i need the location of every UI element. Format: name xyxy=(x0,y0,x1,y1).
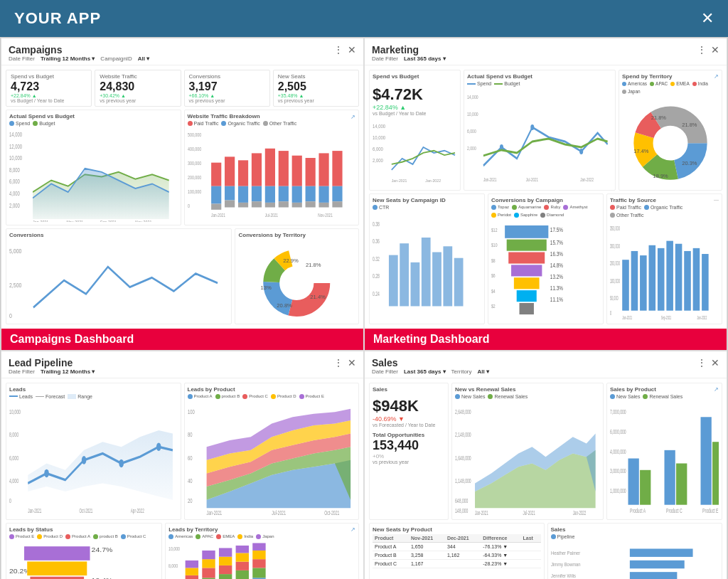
marketing-bottom-row: New Seats by Campaign ID CTR 0.38 0.36 0… xyxy=(369,193,722,324)
svg-text:20: 20 xyxy=(188,497,193,505)
svg-text:Product A: Product A xyxy=(630,507,646,515)
lead-bottom-row: Leads by Status Product E Product D Prod… xyxy=(6,523,359,579)
svg-text:May-2021: May-2021 xyxy=(66,219,83,222)
svg-text:Nov-2021: Nov-2021 xyxy=(135,219,151,222)
svg-text:6,000: 6,000 xyxy=(9,179,20,186)
svg-rect-19 xyxy=(211,204,221,210)
svg-rect-22 xyxy=(225,201,235,208)
campaigns-more-button[interactable]: ⋮ xyxy=(333,44,343,55)
svg-rect-197 xyxy=(252,568,265,578)
svg-rect-168 xyxy=(30,577,84,579)
svg-rect-43 xyxy=(318,203,328,208)
svg-rect-199 xyxy=(252,551,265,559)
svg-rect-130 xyxy=(631,251,638,311)
svg-rect-26 xyxy=(251,154,261,186)
svg-point-147 xyxy=(44,469,49,477)
svg-text:0.38: 0.38 xyxy=(373,221,380,226)
svg-text:Jan-2021: Jan-2021 xyxy=(211,213,225,218)
svg-text:18.9%: 18.9% xyxy=(653,173,669,179)
lead-pipeline-header: Lead Pipeline Date Filter Trailing 12 Mo… xyxy=(1,351,363,378)
sales-content: Sales $948K -40.69% ▼ vs Forecasted / Ye… xyxy=(365,378,727,579)
svg-rect-228 xyxy=(629,548,692,556)
sales-product-expand-icon[interactable]: ↗ xyxy=(714,386,719,394)
svg-text:10,000: 10,000 xyxy=(9,408,21,415)
marketing-filter-value[interactable]: Last 365 days ▾ xyxy=(404,55,446,62)
svg-text:0: 0 xyxy=(9,497,11,505)
marketing-actual-spend-chart: Actual Spend vs Budget Spend Budget 14,0… xyxy=(464,70,616,191)
marketing-more-button[interactable]: ⋮ xyxy=(697,44,707,55)
leads-by-territory-chart: Leads by Territory ↗ Americas APAC EMEA … xyxy=(165,523,359,579)
svg-text:6,000: 6,000 xyxy=(373,147,383,152)
campaigns-filter2-value[interactable]: All ▾ xyxy=(138,55,149,62)
lead-pipeline-close-button[interactable]: ✕ xyxy=(348,357,356,368)
svg-point-148 xyxy=(82,456,87,464)
svg-text:Jimmy Bowman: Jimmy Bowman xyxy=(551,562,581,567)
svg-text:4,000,000: 4,000,000 xyxy=(610,447,626,455)
marketing-content: Spend vs Budget $4.72K +22.84% ▲ vs Budg… xyxy=(365,65,727,329)
svg-text:148,000: 148,000 xyxy=(455,507,468,515)
sales-panel: Sales Date Filter Last 365 days ▾ Territ… xyxy=(364,351,727,579)
svg-rect-232 xyxy=(629,572,677,579)
dashboard-grid: Campaigns Date Filter Trailing 12 Months… xyxy=(0,37,728,579)
sales-more-button[interactable]: ⋮ xyxy=(697,357,707,368)
svg-rect-42 xyxy=(318,186,328,203)
svg-text:14,000: 14,000 xyxy=(467,94,478,100)
svg-text:50,000: 50,000 xyxy=(610,295,619,302)
svg-rect-167 xyxy=(27,561,87,575)
svg-point-149 xyxy=(119,460,124,468)
svg-rect-166 xyxy=(24,546,90,561)
svg-text:Jan-2021: Jan-2021 xyxy=(392,179,407,183)
svg-text:40: 40 xyxy=(188,477,193,485)
campaigns-controls: ⋮ ✕ xyxy=(333,44,356,55)
marketing-header: Marketing Date Filter Last 365 days ▾ ⋮ … xyxy=(365,38,727,65)
close-button[interactable]: ✕ xyxy=(701,9,714,28)
svg-rect-116 xyxy=(511,265,542,276)
total-opps-change: +0% xyxy=(373,453,445,460)
lead-pipeline-title: Lead Pipeline xyxy=(9,357,95,368)
svg-text:350,000: 350,000 xyxy=(610,225,620,232)
svg-rect-219 xyxy=(640,470,651,505)
conversions-by-territory-chart: Conversions by Territory 22.9% 21.8% 13 xyxy=(235,228,359,324)
campaigns-close-button[interactable]: ✕ xyxy=(348,44,356,55)
territory-expand-icon[interactable]: ↗ xyxy=(714,73,719,81)
svg-text:1,648,000: 1,648,000 xyxy=(455,454,471,462)
lead-filter-value[interactable]: Trailing 12 Months ▾ xyxy=(41,368,95,375)
svg-text:Apr-2022: Apr-2022 xyxy=(131,508,144,515)
svg-text:1,000,000: 1,000,000 xyxy=(610,487,626,495)
svg-rect-25 xyxy=(237,203,247,208)
svg-rect-132 xyxy=(649,245,656,311)
campaigns-filter-value[interactable]: Trailing 12 Months ▾ xyxy=(41,55,95,62)
svg-text:4,000: 4,000 xyxy=(9,477,18,485)
leads-chart: Leads Leads Forecast Range xyxy=(6,383,181,520)
svg-text:14.8%: 14.8% xyxy=(550,262,563,269)
svg-text:10,000: 10,000 xyxy=(467,111,478,117)
svg-rect-188 xyxy=(219,565,232,574)
svg-rect-38 xyxy=(305,158,315,186)
svg-rect-223 xyxy=(712,442,719,504)
lead-pipeline-more-button[interactable]: ⋮ xyxy=(333,357,343,368)
svg-text:Jan-2022: Jan-2022 xyxy=(580,177,594,182)
svg-text:Jan-2022: Jan-2022 xyxy=(425,179,441,183)
svg-text:Jan-2021: Jan-2021 xyxy=(483,177,497,182)
svg-text:15.7%: 15.7% xyxy=(550,239,563,246)
sales-filter2-value[interactable]: All ▾ xyxy=(478,368,489,375)
sales-header: Sales Date Filter Last 365 days ▾ Territ… xyxy=(365,351,727,378)
svg-text:12,000: 12,000 xyxy=(9,144,22,150)
marketing-title: Marketing xyxy=(372,44,446,55)
svg-text:10,000: 10,000 xyxy=(9,156,22,162)
svg-rect-222 xyxy=(701,417,712,504)
pipeline-chart: Sales Pipeline Heather Palmer Jimmy Bowm… xyxy=(547,523,723,579)
svg-rect-198 xyxy=(252,559,265,568)
traffic-by-source-chart: Traffic by Source — Paid Traffic Organic… xyxy=(606,193,722,324)
marketing-close-button[interactable]: ✕ xyxy=(711,44,719,55)
sales-close-button[interactable]: ✕ xyxy=(711,357,719,368)
svg-text:8,000: 8,000 xyxy=(9,430,18,438)
svg-text:$8: $8 xyxy=(491,257,496,263)
svg-rect-24 xyxy=(237,186,247,203)
svg-text:8,000: 8,000 xyxy=(9,167,20,174)
sales-filter-value[interactable]: Last 365 days ▾ xyxy=(404,368,446,375)
marketing-controls: ⋮ ✕ xyxy=(697,44,719,55)
svg-rect-30 xyxy=(264,186,274,203)
traffic-expand-icon[interactable]: ↗ xyxy=(350,114,355,120)
territory-leads-expand-icon[interactable]: ↗ xyxy=(350,526,355,534)
